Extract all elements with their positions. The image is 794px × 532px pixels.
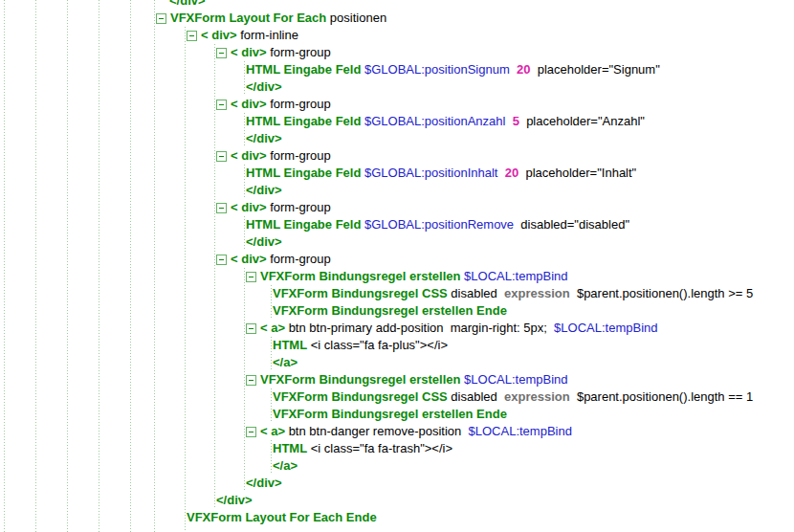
tree-row[interactable]: < div> form-group — [216, 147, 331, 165]
token-keyword: </a> — [273, 355, 298, 369]
row-label: VFXForm Bindungsregel erstellen Ende — [273, 302, 507, 320]
token-keyword: VFXForm Layout For Each — [170, 11, 326, 25]
tree-row[interactable]: VFXForm Bindungsregel erstellen Ende — [273, 406, 507, 423]
tree-row[interactable]: HTML Eingabe Feld $GLOBAL:positionInhalt… — [246, 165, 636, 182]
token-keyword: VFXForm Bindungsregel erstellen — [260, 269, 461, 283]
collapse-minus-icon[interactable] — [187, 31, 197, 41]
tree-row[interactable]: </a> — [273, 354, 298, 371]
collapse-minus-icon[interactable] — [246, 323, 256, 334]
token-keyword: < div> — [231, 200, 267, 214]
tree-row[interactable]: </div> — [246, 475, 282, 492]
token-keyword: < div> — [231, 252, 267, 266]
row-label: HTML Eingabe Feld $GLOBAL:positionInhalt… — [246, 165, 636, 182]
tree-guide — [271, 285, 272, 320]
tree-row[interactable]: < a> btn btn-danger remove-position $LOC… — [246, 423, 572, 440]
token-plain: form-group — [267, 148, 331, 163]
row-label: VFXForm Layout For Each positionen — [170, 10, 386, 27]
tree-row[interactable]: < a> btn btn-primary add-position margin… — [246, 320, 658, 337]
row-label: </div> — [246, 130, 282, 147]
tree-row[interactable]: </div> — [246, 78, 282, 96]
row-label: </div> — [246, 233, 282, 251]
row-label: < div> form-group — [231, 199, 331, 216]
tree-row[interactable]: VFXForm Bindungsregel erstellen Ende — [273, 302, 507, 320]
tree-row[interactable]: </div> — [246, 130, 282, 147]
token-keyword: VFXForm Bindungsregel erstellen Ende — [273, 407, 507, 421]
token-plain: placeholder="Anzahl" — [519, 114, 645, 128]
tree-row[interactable]: < div> form-inline — [187, 27, 298, 44]
collapse-minus-icon[interactable] — [246, 375, 256, 386]
tree-row[interactable]: VFXForm Layout For Each positionen — [156, 10, 386, 27]
row-label: VFXForm Bindungsregel erstellen $LOCAL:t… — [260, 371, 568, 388]
token-binding: $LOCAL:tempBind — [461, 372, 568, 387]
tree-row[interactable]: HTML Eingabe Feld $GLOBAL:positionAnzahl… — [246, 113, 645, 130]
token-keyword: </div> — [246, 183, 282, 197]
row-label: </div> — [246, 475, 282, 492]
token-keyword: < div> — [231, 97, 267, 111]
row-label: </div> — [216, 492, 253, 509]
token-plain: form-group — [267, 252, 331, 266]
token-keyword: </div> — [246, 234, 282, 249]
token-plain: form-group — [267, 45, 331, 59]
token-keyword: HTML Eingabe Feld — [246, 114, 361, 128]
row-label: HTML Eingabe Feld $GLOBAL:positionSignum… — [246, 61, 660, 78]
token-modifier: expression — [497, 286, 570, 300]
form-structure-treeview: </div>VFXForm Layout For Each positionen… — [0, 0, 794, 532]
tree-row[interactable]: </div> — [246, 182, 282, 199]
tree-row[interactable]: </div> — [216, 492, 253, 509]
token-binding: $GLOBAL:positionRemove — [361, 217, 514, 232]
token-plain: disabled — [448, 389, 497, 404]
row-label: VFXForm Bindungsregel CSS disabled expre… — [273, 285, 753, 302]
token-keyword: HTML — [273, 441, 307, 455]
token-keyword: </a> — [273, 458, 298, 473]
tree-row[interactable]: VFXForm Bindungsregel CSS disabled expre… — [273, 388, 753, 406]
collapse-minus-icon[interactable] — [216, 255, 227, 265]
tree-row[interactable]: < div> form-group — [216, 251, 331, 268]
tree-row[interactable]: VFXForm Layout For Each Ende — [187, 509, 377, 526]
tree-row[interactable]: HTML <i class="fa fa-trash"></i> — [273, 440, 452, 457]
token-plain: btn btn-danger remove-position — [285, 424, 465, 438]
token-keyword: VFXForm Bindungsregel erstellen Ende — [273, 303, 507, 318]
tree-row[interactable]: HTML Eingabe Feld $GLOBAL:positionRemove… — [246, 216, 629, 233]
tree-guide — [271, 337, 272, 371]
collapse-minus-icon[interactable] — [216, 48, 227, 58]
token-plain: <i class="fa fa-plus"></i> — [307, 338, 448, 352]
tree-row[interactable]: </div> — [246, 233, 282, 251]
token-modifier: expression — [497, 389, 570, 404]
tree-row[interactable]: HTML Eingabe Feld $GLOBAL:positionSignum… — [246, 61, 660, 78]
tree-guide — [130, 0, 131, 532]
collapse-minus-icon[interactable] — [156, 13, 166, 24]
token-plain: $parent.positionen().length == 1 — [570, 389, 754, 404]
tree-row[interactable]: HTML <i class="fa fa-plus"></i> — [273, 337, 448, 354]
collapse-minus-icon[interactable] — [246, 272, 256, 282]
tree-guide — [99, 0, 99, 532]
token-plain: form-inline — [237, 28, 298, 42]
row-label: VFXForm Layout For Each Ende — [187, 509, 377, 526]
tree-row[interactable]: < div> form-group — [216, 44, 331, 61]
row-label: </a> — [273, 354, 298, 371]
row-label: VFXForm Bindungsregel erstellen $LOCAL:t… — [260, 268, 568, 285]
tree-row[interactable]: </a> — [273, 457, 298, 475]
token-plain: disabled — [448, 286, 497, 300]
token-keyword: </div> — [246, 476, 282, 490]
token-plain: <i class="fa fa-trash"></i> — [307, 441, 452, 455]
collapse-minus-icon[interactable] — [216, 203, 227, 213]
tree-guide — [244, 165, 245, 199]
tree-guide — [271, 388, 272, 423]
tree-row[interactable]: VFXForm Bindungsregel erstellen $LOCAL:t… — [246, 268, 568, 285]
tree-row[interactable]: </div> — [169, 0, 206, 10]
tree-row[interactable]: < div> form-group — [216, 199, 331, 216]
row-label: VFXForm Bindungsregel CSS disabled expre… — [273, 388, 753, 406]
row-label: HTML <i class="fa fa-plus"></i> — [273, 337, 448, 354]
collapse-minus-icon[interactable] — [246, 427, 256, 437]
collapse-minus-icon[interactable] — [216, 100, 227, 110]
row-label: < div> form-inline — [201, 27, 298, 44]
token-binding: $GLOBAL:positionInhalt — [361, 166, 497, 180]
tree-row[interactable]: VFXForm Bindungsregel erstellen $LOCAL:t… — [246, 371, 568, 388]
tree-guide — [244, 61, 245, 96]
tree-row[interactable]: < div> form-group — [216, 96, 331, 113]
tree-row[interactable]: VFXForm Bindungsregel CSS disabled expre… — [273, 285, 753, 302]
token-keyword: </div> — [246, 131, 282, 145]
token-keyword: HTML — [273, 338, 307, 352]
collapse-minus-icon[interactable] — [216, 151, 227, 162]
row-label: < div> form-group — [231, 96, 331, 113]
